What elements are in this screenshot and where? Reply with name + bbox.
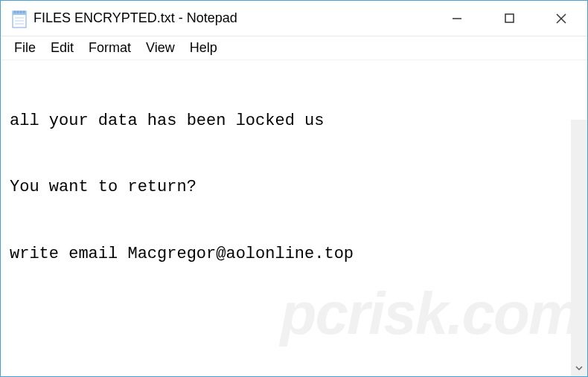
notepad-icon	[10, 8, 28, 29]
window-controls	[431, 1, 587, 36]
menu-help[interactable]: Help	[182, 39, 225, 57]
content-line: You want to return?	[10, 176, 578, 199]
text-area[interactable]: all your data has been locked us You wan…	[1, 60, 587, 376]
svg-point-4	[20, 10, 22, 13]
menu-edit[interactable]: Edit	[43, 39, 81, 57]
content-line: write email Macgregor@aolonline.top	[10, 243, 578, 265]
svg-point-5	[23, 10, 25, 13]
svg-rect-10	[505, 14, 514, 22]
maximize-button[interactable]	[483, 1, 535, 36]
scrollbar-track[interactable]	[571, 120, 587, 360]
watermark: pcrisk.com	[281, 274, 580, 354]
window-title: FILES ENCRYPTED.txt - Notepad	[33, 10, 237, 26]
close-button[interactable]	[535, 1, 587, 36]
notepad-window: FILES ENCRYPTED.txt - Notepad File Edit …	[0, 0, 588, 377]
scroll-down-button[interactable]	[571, 360, 587, 376]
titlebar: FILES ENCRYPTED.txt - Notepad	[1, 1, 587, 36]
menu-view[interactable]: View	[138, 39, 182, 57]
menubar: File Edit Format View Help	[1, 36, 587, 60]
svg-point-3	[17, 10, 19, 13]
minimize-button[interactable]	[431, 1, 483, 36]
menu-file[interactable]: File	[7, 39, 43, 57]
svg-point-2	[14, 10, 16, 13]
content-line: all your data has been locked us	[10, 110, 578, 132]
main-area: all your data has been locked us You wan…	[1, 60, 587, 376]
menu-format[interactable]: Format	[81, 39, 138, 57]
